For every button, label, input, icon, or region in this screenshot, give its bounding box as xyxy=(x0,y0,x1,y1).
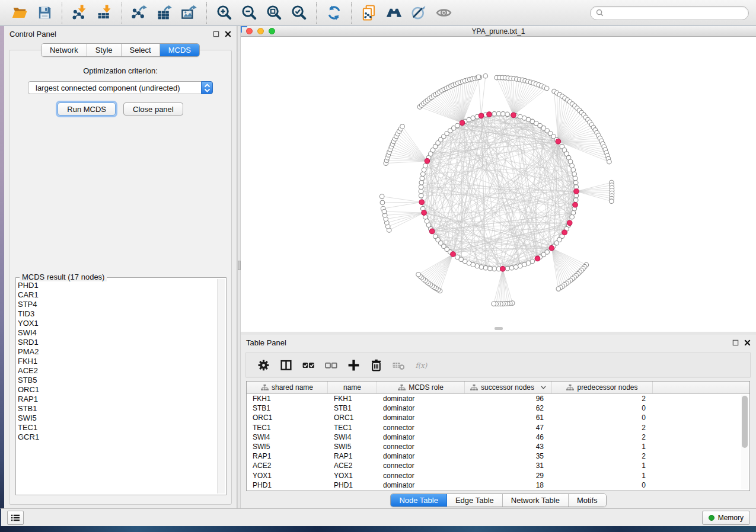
mcds-hub-node[interactable] xyxy=(556,139,561,144)
run-mcds-button[interactable]: Run MCDS xyxy=(58,102,116,116)
mcds-result-item[interactable]: SWI4 xyxy=(18,328,216,338)
network-node[interactable] xyxy=(505,112,510,117)
mcds-hub-node[interactable] xyxy=(422,210,427,216)
search-networks-button[interactable] xyxy=(382,2,406,24)
network-node[interactable] xyxy=(492,302,496,306)
mcds-hub-node[interactable] xyxy=(425,159,430,164)
export-network-button[interactable] xyxy=(127,2,151,24)
network-node[interactable] xyxy=(382,209,387,214)
split-panel-button[interactable] xyxy=(275,354,297,376)
mcds-hub-node[interactable] xyxy=(487,112,492,117)
import-table-button[interactable] xyxy=(92,2,116,24)
close-table-panel-button[interactable] xyxy=(744,339,751,346)
network-node[interactable] xyxy=(433,234,438,239)
mcds-result-item[interactable]: YOX1 xyxy=(18,319,216,328)
network-canvas[interactable] xyxy=(241,37,756,332)
table-row[interactable]: ORC1ORC1dominator610 xyxy=(247,413,749,422)
network-node[interactable] xyxy=(573,181,578,185)
column-header-predecessor-nodes[interactable]: predecessor nodes xyxy=(552,382,653,393)
network-node[interactable] xyxy=(483,265,488,270)
control-tab-mcds[interactable]: MCDS xyxy=(160,44,199,56)
network-node[interactable] xyxy=(573,176,578,181)
mcds-result-scrollbar[interactable] xyxy=(217,279,225,493)
select-all-button[interactable] xyxy=(297,354,320,376)
mcds-hub-node[interactable] xyxy=(573,202,578,207)
mcds-result-item[interactable]: STB5 xyxy=(18,376,216,385)
search-box[interactable] xyxy=(590,6,749,20)
mcds-result-item[interactable]: FKH1 xyxy=(18,357,216,366)
table-row[interactable]: SWI5SWI5connector431 xyxy=(247,442,749,451)
export-image-button[interactable] xyxy=(177,2,201,24)
close-panel-button-mcds[interactable]: Close panel xyxy=(123,102,183,116)
network-node[interactable] xyxy=(455,255,460,259)
function-builder-button[interactable]: f(x) xyxy=(410,354,432,376)
mcds-result-item[interactable]: TID3 xyxy=(18,309,216,319)
column-header-shared-name[interactable]: shared name xyxy=(247,382,328,393)
network-node[interactable] xyxy=(420,176,425,181)
mcds-hub-node[interactable] xyxy=(567,220,572,226)
network-node[interactable] xyxy=(455,123,460,128)
table-row[interactable]: STB1STB1dominator620 xyxy=(247,403,749,413)
table-scrollbar[interactable] xyxy=(741,395,748,489)
window-minimize-icon[interactable] xyxy=(257,28,264,34)
table-tab-motifs[interactable]: Motifs xyxy=(569,494,606,507)
network-node[interactable] xyxy=(423,164,428,168)
memory-button[interactable]: Memory xyxy=(702,511,750,525)
mcds-hub-node[interactable] xyxy=(511,113,516,118)
mcds-result-item[interactable]: CAR1 xyxy=(18,290,216,300)
zoom-fit-button[interactable] xyxy=(262,2,286,24)
open-session-button[interactable] xyxy=(8,2,31,24)
network-node[interactable] xyxy=(471,116,476,121)
mcds-result-item[interactable]: ACE2 xyxy=(18,366,216,376)
mcds-hub-node[interactable] xyxy=(451,252,456,257)
network-node[interactable] xyxy=(422,168,426,172)
add-column-button[interactable] xyxy=(342,354,365,376)
network-node[interactable] xyxy=(556,287,561,291)
control-tab-select[interactable]: Select xyxy=(122,44,160,56)
zoom-in-button[interactable] xyxy=(212,2,236,24)
zoom-selected-button[interactable] xyxy=(287,2,311,24)
mcds-result-item[interactable]: RAP1 xyxy=(18,395,216,404)
network-node[interactable] xyxy=(419,189,423,194)
network-node[interactable] xyxy=(492,111,497,116)
mcds-hub-node[interactable] xyxy=(460,120,465,126)
network-node[interactable] xyxy=(518,264,522,268)
network-node[interactable] xyxy=(544,86,549,91)
mcds-result-item[interactable]: TEC1 xyxy=(18,423,216,432)
network-node[interactable] xyxy=(416,272,421,277)
network-node[interactable] xyxy=(607,159,612,164)
network-node[interactable] xyxy=(496,111,501,116)
task-history-button[interactable] xyxy=(7,511,24,525)
network-node[interactable] xyxy=(522,262,527,267)
network-node[interactable] xyxy=(570,214,575,219)
network-node[interactable] xyxy=(570,164,575,168)
criterion-dropdown[interactable]: largest connected component (undirected) xyxy=(28,81,213,94)
mcds-result-item[interactable]: SWI5 xyxy=(18,414,216,423)
network-node[interactable] xyxy=(380,200,385,205)
mcds-hub-node[interactable] xyxy=(419,200,425,205)
network-node[interactable] xyxy=(483,73,488,78)
network-node[interactable] xyxy=(419,181,424,185)
import-network-button[interactable] xyxy=(68,2,91,24)
export-table-button[interactable] xyxy=(152,2,176,24)
network-node[interactable] xyxy=(505,266,510,271)
network-node[interactable] xyxy=(572,172,577,177)
table-row[interactable]: FKH1FKH1dominator962 xyxy=(247,394,749,403)
mcds-hub-node[interactable] xyxy=(535,256,540,261)
mcds-result-item[interactable]: STB1 xyxy=(18,404,216,414)
network-node[interactable] xyxy=(573,198,578,203)
save-session-button[interactable] xyxy=(33,2,56,24)
network-node[interactable] xyxy=(501,111,506,116)
zoom-out-button[interactable] xyxy=(237,2,261,24)
float-panel-button[interactable] xyxy=(213,31,219,37)
window-maximize-icon[interactable] xyxy=(269,28,275,34)
table-row[interactable]: YOX1YOX1connector291 xyxy=(247,471,749,480)
hide-graphics-details-button[interactable] xyxy=(407,2,430,24)
delete-column-button[interactable] xyxy=(365,354,387,376)
column-header-successor-nodes[interactable]: successor nodes xyxy=(465,382,552,393)
table-tab-edge-table[interactable]: Edge Table xyxy=(447,494,503,507)
mcds-hub-node[interactable] xyxy=(500,267,506,272)
network-node[interactable] xyxy=(571,168,576,172)
table-row[interactable]: ACE2ACE2connector311 xyxy=(247,461,749,470)
float-table-panel-button[interactable] xyxy=(732,339,739,346)
